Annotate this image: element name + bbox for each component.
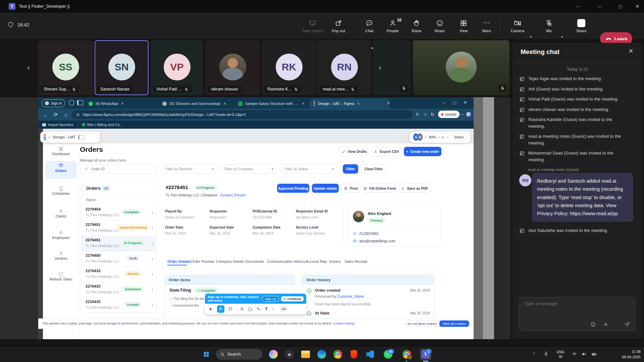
tab-figma-active[interactable]: Design - UAT – Figma✕ [310,99,390,109]
tray-language[interactable]: ENGIN [557,350,565,359]
collaborator-avatar[interactable]: A [417,133,423,141]
tab-close-icon[interactable]: ✕ [223,102,226,106]
titlebar-more-icon[interactable]: ⋯ [572,0,585,13]
sidebar-item-employees[interactable]: Employees [43,230,79,240]
allow-cookies-button[interactable]: Allow all cookies [439,320,469,327]
tab-close-icon[interactable]: ✕ [302,102,305,106]
cookie-settings-link[interactable]: Cookies settings [333,322,355,325]
order-row[interactable]: 2276433 TL Flex Holdings LLC Submitted › [82,282,157,298]
favorite-star-icon[interactable]: ☆ [423,112,427,117]
tab-account-rep[interactable]: Account Rep [306,259,327,263]
zoom-level[interactable]: 94% [429,135,436,139]
customer-name-link[interactable]: Customer_Name [337,294,364,298]
sidebar-item-clients[interactable]: Clients [43,208,79,218]
taskbar-edge-icon[interactable] [316,349,327,360]
raise-hand-button[interactable]: Raise [405,16,428,36]
browser-menu-icon[interactable]: ⋯ [460,112,464,117]
taskbar-vscode-icon[interactable] [364,349,376,360]
chat-message-input[interactable] [524,301,626,306]
react-button[interactable]: React [428,16,451,36]
comment-tool-icon[interactable] [228,307,233,311]
filter-status-select[interactable]: Filter by Status▾ [281,164,337,174]
layout-panel-icon[interactable] [78,135,85,139]
chevron-down-icon[interactable]: ▾ [49,136,50,139]
taskbar-app-icon[interactable]: ◆ [284,349,295,360]
vertical-tabs-icon[interactable] [77,100,83,105]
view-drafts-button[interactable]: View Drafts [339,147,369,156]
figma-signup-button[interactable]: Sign up [262,296,278,302]
tray-show-hidden-icon[interactable]: ⌃ [533,352,536,356]
video-tile-vikram[interactable]: vikram chavan [205,40,260,95]
order-row[interactable]: 2279451 TL Flex Holdings LLC Approval Pe… [82,220,157,236]
browser-restore-button[interactable]: ▢ [453,101,456,105]
tray-battery-icon[interactable] [591,351,597,357]
tray-wifi-icon[interactable] [572,351,577,357]
tab-salary-sheet[interactable]: Sample Salary Structure with calc✕ [235,99,314,109]
tab-close-icon[interactable]: ✕ [121,102,124,106]
deny-cookies-button[interactable]: Do not allow cookies [405,320,440,327]
fill-online-form-button[interactable]: Fill Online Form [363,184,396,193]
video-tile-vishal[interactable]: VP Vishal Patil ... [151,40,203,95]
browser-minimize-button[interactable]: – [443,100,445,105]
camera-options-chevron-icon[interactable]: ▾ [530,35,532,39]
present-icon[interactable]: ▷ [442,135,444,139]
cookie-close-icon[interactable]: ✕ [468,321,470,325]
tiles-next-button[interactable]: › [376,61,384,74]
tab-order-preview[interactable]: Order Preview [191,259,214,263]
share-button[interactable]: Share [570,16,593,36]
video-tile-santosh[interactable]: SN Santosh Narate [95,40,149,95]
order-row[interactable]: 2216433 TL Flex Holdings LLC Created › [82,297,157,313]
bookmark-bills[interactable]: Bills | Billing and Co... [82,123,123,127]
tab-whatsapp[interactable]: (6) WhatsApp✕ [85,99,163,109]
clear-filter-button[interactable]: Clear Filter [362,164,386,174]
video-tile-spotlight[interactable] [413,40,509,95]
taskbar-chrome-icon[interactable] [332,349,343,360]
send-icon[interactable] [624,321,630,327]
refresh-icon[interactable]: ⟳ [51,109,60,121]
tab-sales-receipt[interactable]: Sales Receipt [344,259,367,263]
tab-documents[interactable]: Documents [245,259,264,263]
approval-pending-button[interactable]: Approval Pending [277,184,309,193]
browser-close-button[interactable]: ✕ [464,100,467,105]
dev-mode-icon[interactable]: </> [280,306,288,312]
text-tool-icon[interactable]: T [265,307,267,311]
pen-tool-icon[interactable]: ✎▾ [257,307,261,311]
taskbar-chrome-profile-icon[interactable] [401,349,413,360]
contact-phone[interactable]: 2123874901 [353,232,379,236]
chevron-down-icon[interactable]: ▾ [447,136,448,139]
shape-tool-icon[interactable]: ▢▾ [248,307,253,311]
chat-close-icon[interactable]: ✕ [629,48,633,55]
filter-apply-button[interactable]: Filter [343,164,358,174]
order-id-input[interactable] [91,167,149,171]
contact-person-link[interactable]: Contact_Person. [220,193,247,197]
tab-communication-history[interactable]: Communication History [267,259,305,263]
tray-clock[interactable]: 11:38 08-04-2025 [611,349,641,360]
video-tile-shivani[interactable]: SS Shivani Sup... [38,40,93,95]
chat-button[interactable]: Chat [358,16,381,36]
more-button[interactable]: ⋯ More [475,16,498,36]
contact-email[interactable]: alex@vstatefilings.com [353,239,395,243]
order-row-selected[interactable]: 2276451 TL Flex Holdings LLC In Progress… [82,236,157,251]
filter-company-select[interactable]: Filter by Company▾ [221,164,277,174]
tiles-previous-button[interactable]: ‹ [24,61,33,74]
save-as-pdf-button[interactable]: Save as PDF [399,184,430,193]
sidebar-item-dashboard[interactable]: Dashboard [43,146,79,156]
hand-tool-icon-active[interactable] [217,305,224,313]
actions-tool-icon[interactable]: ⁘ [271,307,274,311]
order-row[interactable]: 2276433 TL Flex Holdings LLC Review › [82,266,157,282]
order-row[interactable]: 2279454 TL Flex Holdings LLC Complete › [82,205,157,221]
chevron-down-icon[interactable]: ▾ [438,136,439,139]
taskbar-file-explorer-icon[interactable] [300,349,311,360]
video-tile-ravindra[interactable]: RK Ravindra K... [262,40,316,95]
start-button[interactable] [201,349,212,360]
sidebar-item-refresh-token[interactable]: Refresh Token [43,272,79,281]
taskbar-search[interactable]: Search [216,349,262,360]
taskbar-copilot-icon[interactable] [268,349,279,360]
mic-button[interactable]: Mic [537,16,561,36]
workspaces-icon[interactable] [69,100,74,105]
taskbar-teams-icon[interactable]: T 1 [420,349,431,360]
export-csv-button[interactable]: Export CSV [372,147,401,156]
browser-profile-button[interactable]: Sign in [42,99,65,107]
read-aloud-icon[interactable]: A [416,112,419,117]
tab-company-details[interactable]: Company Details [216,259,244,263]
